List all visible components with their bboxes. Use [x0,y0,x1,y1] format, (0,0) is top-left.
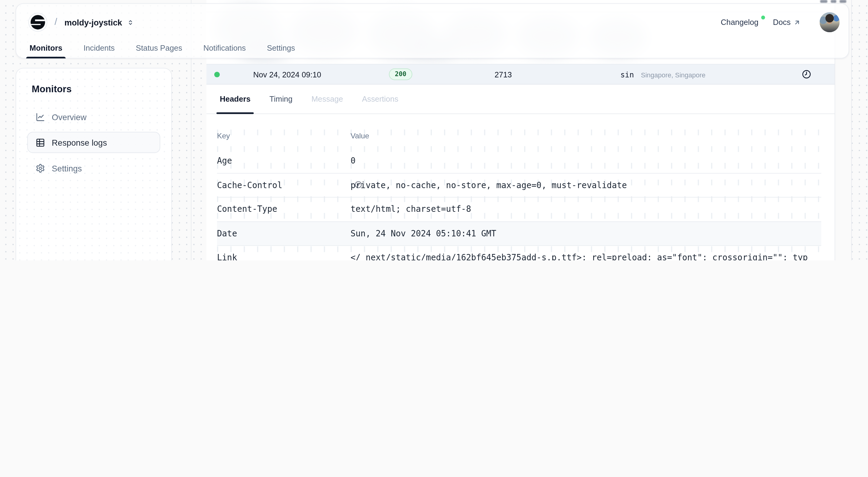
log-detail-tab[interactable]: Headers [216,85,254,114]
region-name: Singapore, Singapore [641,71,706,79]
line-chart-icon [35,112,45,121]
header-key: Cache-Control [217,179,324,191]
headers-table-body: Age 0 Cache-Control private, no-cache, n… [217,149,821,260]
changelog-new-dot [761,15,765,20]
app-screen: Nov 24, 2024 09:10 200 2713 sin Singapor… [0,0,868,260]
sidebar-nav-item[interactable]: Settings [27,157,160,179]
header-nav-tab[interactable]: Notifications [197,37,252,59]
sidebar-title: Monitors [27,84,160,95]
header-key: Content-Type [217,203,324,216]
docs-link[interactable]: Docs [773,18,801,27]
response-log-row[interactable]: Nov 24, 2024 09:10 200 2713 sin Singapor… [206,64,835,85]
page-rule-right [851,0,852,260]
sidebar-nav-label: Settings [52,163,82,173]
header-value: private, no-cache, no-store, max-age=0, … [350,179,809,191]
header-nav-tab[interactable]: Incidents [77,37,121,59]
log-detail-tabs: HeadersTimingMessageAssertions [206,85,835,114]
headers-table-head: Key Value [217,124,821,149]
header-key: Link [217,252,324,260]
log-detail-tab[interactable]: Timing [266,85,296,114]
header-row[interactable]: Link </_next/static/media/162bf645eb375a… [217,245,821,260]
value-column-header: Value [350,132,369,140]
status-dot [214,72,220,77]
header-value: text/html; charset=utf-8 [350,203,809,216]
project-name: moldy-joystick [64,18,122,27]
app-header: / moldy-joystick Changelog Docs Monit [16,3,849,58]
user-avatar[interactable] [819,12,839,32]
sidebar-nav-label: Response logs [52,138,107,147]
log-region: sin Singapore, Singapore [512,69,801,79]
header-value: Sun, 24 Nov 2024 05:10:41 GMT [350,227,809,240]
changelog-link[interactable]: Changelog [721,18,758,27]
header-nav-tab[interactable]: Settings [260,37,302,59]
chevrons-up-down-icon[interactable] [127,19,134,26]
header-row[interactable]: Date Sun, 24 Nov 2024 05:10:41 GMT [217,221,821,246]
blurred-chip [820,0,827,3]
arrow-up-right-icon [793,19,801,26]
sidebar-nav-item[interactable]: Response logs [27,132,160,153]
header-value: </_next/static/media/162bf645eb375add-s.… [350,252,809,260]
sidebar-nav-item[interactable]: Overview [27,106,160,127]
header-nav-tab[interactable]: Status Pages [129,37,189,59]
header-nav-tabs: MonitorsIncidentsStatus PagesNotificatio… [16,37,848,59]
sidebar-nav: Overview Response logs Settings [27,106,160,179]
clock-icon [802,69,811,79]
status-code-badge: 200 [389,68,412,81]
log-detail-tab[interactable]: Message [308,85,346,114]
header-row[interactable]: Age 0 [217,149,821,173]
log-timestamp: Nov 24, 2024 09:10 [231,70,359,78]
header-row[interactable]: Cache-Control private, no-cache, no-stor… [217,173,821,197]
header-nav-tab[interactable]: Monitors [23,37,69,59]
header-row[interactable]: Content-Type text/html; charset=utf-8 [217,197,821,221]
sidebar: Monitors Overview Response logs Settings [16,68,172,260]
table-icon [35,138,45,147]
header-value: 0 [350,155,809,167]
workspace-logo[interactable] [28,13,47,32]
log-detail-tab[interactable]: Assertions [359,85,402,114]
header-key: Date [217,227,324,240]
blurred-chip [839,0,846,3]
breadcrumb-separator: / [55,17,57,28]
key-column-header: Key [217,132,350,140]
gear-icon [35,163,45,173]
header-key: Age [217,155,324,167]
sidebar-nav-label: Overview [52,112,87,121]
log-latency: 2713 [442,70,512,78]
region-code: sin [620,70,634,78]
headers-table: Key Value Age 0 Cache-Control private, n… [206,114,835,260]
blurred-chip [831,0,836,3]
